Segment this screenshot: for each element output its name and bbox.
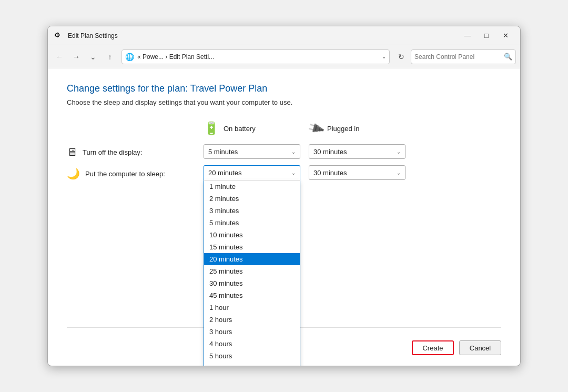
option-1-minute[interactable]: 1 minute xyxy=(204,180,300,193)
minimize-button[interactable]: — xyxy=(459,29,476,42)
back-button[interactable]: ← xyxy=(52,49,67,64)
option-20-minutes[interactable]: 20 minutes xyxy=(204,253,300,265)
search-icon: 🔍 xyxy=(504,53,512,61)
option-5-hours[interactable]: 5 hours xyxy=(204,350,300,362)
page-title: Change settings for the plan: Travel Pow… xyxy=(67,83,501,94)
toolbar: ← → ⌄ ↑ 🌐 « Powe... › Edit Plan Setti...… xyxy=(48,45,520,68)
display-label-text: Turn off the display: xyxy=(83,148,142,156)
option-25-minutes[interactable]: 25 minutes xyxy=(204,265,300,277)
sleep-icon: 🌙 xyxy=(67,167,80,180)
display-on-battery-value: 5 minutes xyxy=(208,148,238,156)
sleep-plugged-in-value: 30 minutes xyxy=(313,169,347,177)
address-bar[interactable]: 🌐 « Powe... › Edit Plan Setti... ⌄ xyxy=(121,49,390,64)
close-button[interactable]: ✕ xyxy=(497,29,514,42)
sleep-plugged-in-wrapper: 30 minutes ⌄ xyxy=(309,165,405,180)
battery-icon: 🔋 xyxy=(204,121,219,136)
option-2-minutes[interactable]: 2 minutes xyxy=(204,193,300,205)
on-battery-label: On battery xyxy=(224,125,256,133)
display-dropdowns: 5 minutes ⌄ 30 minutes ⌄ xyxy=(204,144,405,159)
on-battery-header: 🔋 On battery xyxy=(204,121,309,136)
plugged-in-label: Plugged in xyxy=(327,125,359,133)
option-never[interactable]: Never xyxy=(204,362,300,366)
sleep-on-battery-dropdown: 20 minutes ⌄ 1 minute 2 minutes 3 minute… xyxy=(204,165,300,180)
display-plugged-in-chevron: ⌄ xyxy=(397,149,401,155)
option-45-minutes[interactable]: 45 minutes xyxy=(204,289,300,301)
display-on-battery-wrapper: 5 minutes ⌄ xyxy=(204,144,300,159)
sleep-on-battery-selected[interactable]: 20 minutes ⌄ xyxy=(204,165,300,180)
dropdown-nav-button[interactable]: ⌄ xyxy=(86,49,100,64)
display-plugged-in-select[interactable]: 30 minutes ⌄ xyxy=(309,144,405,159)
option-3-minutes[interactable]: 3 minutes xyxy=(204,205,300,217)
up-button[interactable]: ↑ xyxy=(103,49,117,64)
sleep-on-battery-value: 20 minutes xyxy=(208,169,242,177)
content-area: Change settings for the plan: Travel Pow… xyxy=(48,68,520,366)
plugged-in-header: 🔌 Plugged in xyxy=(309,122,414,135)
option-3-hours[interactable]: 3 hours xyxy=(204,326,300,338)
window-icon: ⚙ xyxy=(54,31,64,41)
search-bar: 🔍 xyxy=(411,49,516,64)
display-plugged-in-wrapper: 30 minutes ⌄ xyxy=(309,144,405,159)
display-on-battery-select[interactable]: 5 minutes ⌄ xyxy=(204,144,300,159)
title-bar: ⚙ Edit Plan Settings — □ ✕ xyxy=(48,26,520,45)
sleep-label-text: Put the computer to sleep: xyxy=(85,170,165,178)
display-plugged-in-value: 30 minutes xyxy=(313,148,347,156)
option-10-minutes[interactable]: 10 minutes xyxy=(204,229,300,241)
main-window: ⚙ Edit Plan Settings — □ ✕ ← → ⌄ ↑ 🌐 « P… xyxy=(47,26,521,366)
option-5-minutes[interactable]: 5 minutes xyxy=(204,217,300,229)
address-text: « Powe... › Edit Plan Setti... xyxy=(137,53,379,61)
window-controls: — □ ✕ xyxy=(459,29,514,42)
option-4-hours[interactable]: 4 hours xyxy=(204,338,300,350)
display-setting-row: 🖥 Turn off the display: 5 minutes ⌄ 30 m… xyxy=(67,144,501,159)
search-input[interactable] xyxy=(414,53,502,61)
column-headers: 🔋 On battery 🔌 Plugged in xyxy=(204,121,501,136)
sleep-on-battery-list: 1 minute 2 minutes 3 minutes 5 minutes 1… xyxy=(204,180,300,366)
option-30-minutes[interactable]: 30 minutes xyxy=(204,277,300,289)
sleep-setting-row: 🌙 Put the computer to sleep: 20 minutes … xyxy=(67,165,501,180)
sleep-plugged-in-select[interactable]: 30 minutes ⌄ xyxy=(309,165,405,180)
forward-button[interactable]: → xyxy=(69,49,84,64)
create-button[interactable]: Create xyxy=(412,340,454,355)
address-icon: 🌐 xyxy=(125,53,134,61)
monitor-icon: 🖥 xyxy=(67,146,77,158)
option-2-hours[interactable]: 2 hours xyxy=(204,314,300,326)
option-1-hour[interactable]: 1 hour xyxy=(204,301,300,314)
sleep-plugged-in-chevron: ⌄ xyxy=(397,170,401,176)
sleep-label: 🌙 Put the computer to sleep: xyxy=(67,165,204,180)
page-subtitle: Choose the sleep and display settings th… xyxy=(67,98,501,106)
option-15-minutes[interactable]: 15 minutes xyxy=(204,241,300,253)
display-label: 🖥 Turn off the display: xyxy=(67,144,204,158)
window-title: Edit Plan Settings xyxy=(68,32,459,39)
display-on-battery-chevron: ⌄ xyxy=(291,149,296,155)
refresh-button[interactable]: ↻ xyxy=(394,49,409,64)
sleep-controls: 20 minutes ⌄ 1 minute 2 minutes 3 minute… xyxy=(204,165,405,180)
address-dropdown-icon[interactable]: ⌄ xyxy=(382,54,386,59)
maximize-button[interactable]: □ xyxy=(478,29,495,42)
plug-icon: 🔌 xyxy=(306,119,325,138)
cancel-button[interactable]: Cancel xyxy=(459,340,501,355)
sleep-on-battery-chevron: ⌄ xyxy=(291,170,296,176)
